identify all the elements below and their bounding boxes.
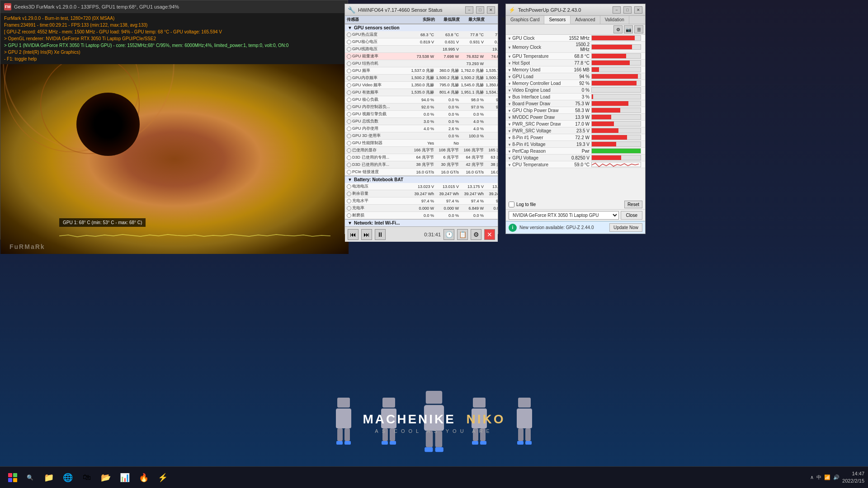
taskbar-chevron-up[interactable]: ∧ (810, 474, 814, 480)
hwinfo-footer: ⏮ ⏭ ⏸ 0:31:41 🕐 📋 ⚙ ✕ (345, 226, 498, 242)
gpuz-sensor-row: ▼ 8-Pin #1 Power 72.2 W (506, 134, 645, 141)
hwinfo-row: 耐磨损 0.0 % 0.0 % 0.0 % 0.0 % (345, 212, 498, 219)
gpuz-sensor-bar (591, 67, 641, 72)
hwinfo-section-Battery:-Notebook-BAT: ▼Battery: Notebook BAT (345, 176, 498, 183)
gpuz-window: ⚡ TechPowerUp GPU-Z 2.43.0 − □ ✕ Graphic… (505, 4, 646, 234)
dropdown-arrow-icon: ▼ (508, 109, 512, 113)
gpuz-gpu-dropdown[interactable]: NVIDIA GeForce RTX 3050 Ti Laptop GPU (509, 211, 619, 220)
gpuz-sensor-value: 0 % (566, 88, 591, 93)
hwinfo-forward-button[interactable]: ⏭ (361, 229, 372, 240)
gpuz-sensor-row: ▼ Hot Spot 77.8 °C (506, 60, 645, 66)
gpuz-sensor-value: 77.8 °C (566, 61, 591, 66)
hwinfo-settings-button[interactable]: ⚙ (471, 229, 481, 240)
gpuz-tab-graphics-card[interactable]: Graphics Card (506, 16, 544, 24)
hwinfo-col-sensor: 传感器 (347, 17, 410, 23)
taskbar-app-terminal[interactable]: 📂 (97, 469, 115, 487)
gpuz-tool-menu[interactable]: ☰ (634, 25, 643, 33)
gpuz-sensor-row: ▼ Memory Clock 1500.2 MHz (506, 42, 645, 53)
gpuz-sensor-value: 1552 MHz (566, 36, 591, 41)
taskbar-wifi-icon: 📶 (824, 474, 830, 480)
hwinfo-row: GPU 能量速率 73.538 W 7.698 W 76.832 W 74.69… (345, 53, 498, 60)
gpuz-maximize-button[interactable]: □ (623, 6, 632, 14)
gpuz-sensor-value: 58.3 W (566, 108, 591, 113)
gpuz-sensor-bar (591, 141, 641, 147)
gpuz-sensor-value: 23.5 V (566, 128, 591, 133)
hwinfo-pause-button[interactable]: ⏸ (375, 229, 386, 240)
gpuz-sensor-bar (591, 101, 641, 106)
hwinfo-clock-button[interactable]: 🕐 (443, 229, 454, 240)
furmark-info-line2: Frames:234991 - time:00:29:21 - FPS:133 … (4, 22, 344, 28)
taskbar-right: ∧ 中 📶 🔊 14:47 2022/2/15 (810, 470, 864, 484)
circle-icon (347, 40, 351, 44)
gpuz-minimize-button[interactable]: − (613, 6, 621, 14)
hwinfo-maximize-button[interactable]: □ (476, 6, 484, 14)
furmark-info-line7: - F1: toggle help (4, 56, 344, 62)
gpuz-update-button[interactable]: Update Now (609, 223, 642, 232)
hwinfo-export-button[interactable]: 📋 (457, 229, 468, 240)
circle-icon (347, 155, 351, 160)
dropdown-arrow-icon: ▼ (508, 156, 512, 160)
hwinfo-title: HWiNFO64 v7.17-4660 Sensor Status (358, 7, 462, 13)
taskbar-clock[interactable]: 14:47 2022/2/15 (842, 470, 864, 484)
gpuz-tab-validation[interactable]: Validation (600, 16, 629, 24)
taskbar-app-browser-edge[interactable]: 🌐 (59, 469, 77, 487)
circle-icon (347, 47, 351, 52)
taskbar-app-hwinfo[interactable]: 📊 (116, 469, 134, 487)
gpuz-tool-settings[interactable]: ⚙ (613, 25, 623, 33)
taskbar-app-furmark[interactable]: 🔥 (135, 469, 153, 487)
gpuz-close-btn[interactable]: Close (621, 211, 642, 220)
dropdown-arrow-icon: ▼ (508, 55, 512, 59)
dropdown-arrow-icon: ▼ (508, 37, 512, 41)
start-button[interactable] (4, 469, 22, 487)
taskbar-volume-icon: 🔊 (833, 474, 840, 480)
gpuz-close-button[interactable]: ✕ (634, 6, 642, 14)
hwinfo-row: D3D 已使用的共享... 38 兆字节 30 兆字节 42 兆字节 38 兆字… (345, 161, 498, 169)
hwinfo-minimize-button[interactable]: − (465, 6, 473, 14)
gpuz-sensor-value: 94 % (566, 74, 591, 79)
dropdown-arrow-icon: ▼ (508, 136, 512, 140)
gpuz-log-checkbox[interactable] (509, 202, 514, 207)
hwinfo-titlebar: 🔧 HWiNFO64 v7.17-4660 Sensor Status − □ … (345, 4, 498, 16)
gpuz-reset-button[interactable]: Reset (624, 201, 642, 208)
gpuz-sensor-bar (591, 80, 641, 86)
hwinfo-row: GPU 有效频率 1,535.0 兆赫 801.4 兆赫 1,951.1 兆赫 … (345, 89, 498, 96)
dropdown-arrow-icon: ▼ (508, 82, 512, 86)
gpuz-sensor-row: ▼ Video Engine Load 0 % (506, 87, 645, 94)
hwinfo-row: 充电水平 97.4 % 97.4 % 97.4 % 97.4 % (345, 197, 498, 205)
hwinfo-close-button[interactable]: ✕ (487, 6, 495, 14)
hwinfo-row: GPU 内存控制器负... 92.0 % 0.0 % 97.0 % 92.6 % (345, 103, 498, 111)
gpuz-tab-sensors[interactable]: Sensors (544, 16, 571, 24)
gpuz-sensor-name: ▼ Memory Clock (508, 45, 566, 50)
hwinfo-col-max: 最大限度 (460, 17, 485, 23)
dropdown-arrow-icon: ▼ (508, 122, 512, 127)
furmark-window: FM Geeks3D FurMark v1.29.0.0 - 133FPS, G… (0, 0, 348, 239)
dropdown-arrow-icon: ▼ (508, 129, 512, 133)
circle-icon (347, 148, 351, 153)
taskbar-app-store[interactable]: 🛍 (78, 469, 96, 487)
hwinfo-close-footer-button[interactable]: ✕ (484, 229, 495, 240)
gpuz-sensor-value: 3 % (566, 94, 591, 99)
gpuz-sensor-bar (591, 35, 641, 41)
gpuz-sensor-name: ▼ Bus Interface Load (508, 94, 566, 99)
taskbar-app-file-explorer[interactable]: 📁 (40, 469, 58, 487)
gpuz-log-section: Log to file Reset (506, 200, 645, 209)
taskbar-app-gpuz[interactable]: ⚡ (154, 469, 172, 487)
gpuz-titlebar: ⚡ TechPowerUp GPU-Z 2.43.0 − □ ✕ (506, 4, 645, 16)
circle-icon (347, 163, 351, 167)
furmark-info: FurMark v1.29.0.0 - Burn-in test, 1280×7… (0, 13, 348, 64)
circle-icon (347, 83, 351, 88)
hwinfo-rewind-button[interactable]: ⏮ (348, 229, 359, 240)
gpuz-sensor-row: ▼ Bus Interface Load 3 % (506, 94, 645, 100)
gpuz-sensor-value: 75.3 W (566, 101, 591, 106)
gpuz-sensor-row: ▼ CPU Temperature 59.0 °C (506, 161, 645, 168)
dropdown-arrow-icon: ▼ (508, 46, 512, 50)
hwinfo-row: GPU 结热功耗 73.293 W (345, 60, 498, 67)
search-button[interactable]: 🔍 (22, 469, 38, 486)
gpuz-sensor-name: ▼ Board Power Draw (508, 101, 566, 106)
gpuz-tool-screenshot[interactable]: 📷 (624, 25, 633, 33)
gpuz-sensor-row: ▼ Memory Used 166 MB (506, 66, 645, 73)
gpuz-sensor-name: ▼ Memory Used (508, 67, 566, 72)
hwinfo-row: GPU 核心负载 94.0 % 0.0 % 98.0 % 94.8 % (345, 96, 498, 103)
gpuz-tab-advanced[interactable]: Advanced (571, 16, 600, 24)
gpuz-update-icon: i (509, 224, 517, 232)
